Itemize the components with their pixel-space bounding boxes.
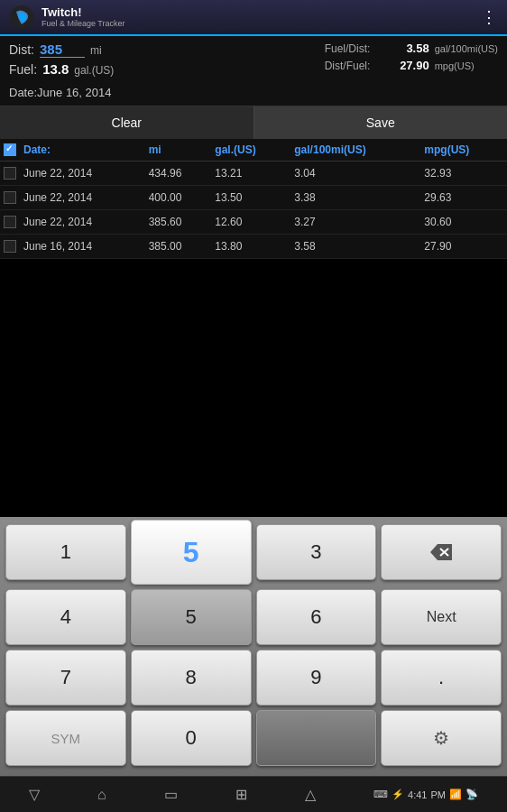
keyboard-row-3: 7 8 9 . [5, 650, 502, 706]
row-per100mi-0: 3.04 [290, 161, 420, 186]
nav-home-icon[interactable]: ⌂ [97, 787, 106, 803]
data-table: Date: mi gal.(US) gal/100mi(US) mpg(US) … [0, 139, 507, 259]
row-gal-1: 13.50 [211, 186, 290, 210]
backspace-icon [430, 544, 452, 560]
row-mi-3: 385.00 [145, 235, 212, 259]
menu-icon[interactable]: ⋮ [481, 7, 498, 27]
dist-unit: mi [90, 44, 102, 57]
usb-icon: ⚡ [392, 789, 404, 800]
row-date-3: June 16, 2014 [20, 235, 145, 259]
fuel-dist-label: Fuel/Dist: [325, 42, 388, 55]
nav-down-icon[interactable]: ▽ [29, 786, 40, 803]
nav-qr-icon[interactable]: ⊞ [235, 786, 247, 803]
row-date-2: June 22, 2014 [20, 210, 145, 235]
signal-icon: 📡 [466, 789, 478, 800]
row-mpg-0: 32.93 [420, 161, 507, 186]
table-row: June 16, 2014 385.00 13.80 3.58 27.90 [0, 235, 507, 259]
dist-fuel-value: 27.90 [393, 59, 429, 72]
key-8[interactable]: 8 [131, 650, 252, 706]
dist-label: Dist: [9, 42, 34, 57]
keyboard: 1 5 3 4 5 6 Next 7 8 9 . SYM 0 ⚙ [0, 517, 507, 776]
row-date-0: June 22, 2014 [20, 161, 145, 186]
col-date[interactable]: Date: [20, 139, 145, 161]
row-mpg-2: 30.60 [420, 210, 507, 235]
key-5-mid[interactable]: 5 [131, 589, 252, 645]
table-row: June 22, 2014 434.96 13.21 3.04 32.93 [0, 161, 507, 186]
table-row: June 22, 2014 400.00 13.50 3.38 29.63 [0, 186, 507, 210]
keyboard-row-4: SYM 0 ⚙ [5, 710, 502, 766]
top-bar: Twitch! Fuel & Mileage Tracker ⋮ [0, 0, 507, 36]
date-value: June 16, 2014 [37, 86, 111, 99]
app-subtitle: Fuel & Mileage Tracker [41, 19, 125, 29]
fuel-dist-value: 3.58 [393, 42, 429, 55]
col-per100mi: gal/100mi(US) [290, 139, 420, 161]
row-check-2[interactable] [0, 210, 20, 235]
info-section: Dist: 385 mi Fuel: 13.8 gal.(US) Fuel/Di… [0, 36, 507, 82]
dist-fuel-label: Dist/Fuel: [325, 60, 388, 72]
row-checkbox-1[interactable] [4, 191, 16, 204]
key-empty [256, 710, 377, 766]
key-sym[interactable]: SYM [5, 710, 126, 766]
date-label: Date: [9, 86, 37, 99]
keyboard-row-1: 1 5 3 [5, 524, 502, 585]
key-gear[interactable]: ⚙ [381, 710, 502, 766]
row-checkbox-0[interactable] [4, 167, 16, 180]
nav-up-icon[interactable]: △ [305, 786, 316, 803]
col-mpg: mpg(US) [420, 139, 507, 161]
status-right: ⌨ ⚡ 4:41 PM 📶 📡 [373, 789, 478, 800]
dist-fuel-row: Dist/Fuel: 27.90 mpg(US) [325, 59, 498, 72]
row-check-1[interactable] [0, 186, 20, 210]
keyboard-row-2: 4 5 6 Next [5, 589, 502, 645]
row-checkbox-3[interactable] [4, 240, 16, 253]
row-check-0[interactable] [0, 161, 20, 186]
row-date-1: June 22, 2014 [20, 186, 145, 210]
key-next[interactable]: Next [381, 589, 502, 645]
row-check-3[interactable] [0, 235, 20, 259]
wifi-icon: 📶 [449, 789, 462, 800]
key-7[interactable]: 7 [5, 650, 126, 706]
date-text: Date:June 16, 2014 [9, 86, 111, 99]
nav-recent-icon[interactable]: ▭ [164, 786, 178, 803]
select-all-checkbox[interactable] [4, 143, 16, 156]
row-mpg-1: 29.63 [420, 186, 507, 210]
col-mi: mi [145, 139, 212, 161]
key-backspace[interactable] [381, 524, 502, 580]
key-0[interactable]: 0 [131, 710, 252, 766]
save-button[interactable]: Save [254, 106, 508, 139]
app-title: Twitch! [41, 5, 125, 20]
fuel-dist-unit: gal/100mi(US) [435, 43, 498, 54]
dist-row: Dist: 385 mi [9, 42, 114, 58]
table-header-row: Date: mi gal.(US) gal/100mi(US) mpg(US) [0, 139, 507, 161]
clear-button[interactable]: Clear [0, 106, 254, 139]
key-5-top[interactable]: 5 [131, 520, 252, 585]
key-4[interactable]: 4 [5, 589, 126, 645]
fuel-value[interactable]: 13.8 [42, 61, 69, 77]
nav-bar: ▽ ⌂ ▭ ⊞ △ ⌨ ⚡ 4:41 PM 📶 📡 [0, 776, 507, 812]
time-display: 4:41 [408, 789, 427, 800]
row-mi-2: 385.60 [145, 210, 212, 235]
row-gal-0: 13.21 [211, 161, 290, 186]
row-mi-1: 400.00 [145, 186, 212, 210]
key-9[interactable]: 9 [256, 650, 377, 706]
row-checkbox-2[interactable] [4, 216, 16, 228]
date-row: Date:June 16, 2014 [0, 82, 507, 106]
col-check [0, 139, 20, 161]
action-buttons: Clear Save [0, 106, 507, 139]
key-dot[interactable]: . [381, 650, 502, 706]
keyboard-status-icon: ⌨ [373, 789, 388, 800]
fuel-row: Fuel: 13.8 gal.(US) [9, 61, 114, 77]
key-3[interactable]: 3 [256, 524, 377, 580]
key-6[interactable]: 6 [256, 589, 377, 645]
fuel-label: Fuel: [9, 62, 37, 77]
row-per100mi-2: 3.27 [290, 210, 420, 235]
period-display: PM [430, 789, 446, 800]
row-gal-3: 13.80 [211, 235, 290, 259]
app-title-group: Twitch! Fuel & Mileage Tracker [41, 5, 125, 29]
row-per100mi-1: 3.38 [290, 186, 420, 210]
row-mpg-3: 27.90 [420, 235, 507, 259]
fuel-dist-row: Fuel/Dist: 3.58 gal/100mi(US) [325, 42, 498, 55]
dist-value[interactable]: 385 [40, 42, 85, 58]
key-1[interactable]: 1 [5, 524, 126, 580]
info-right: Fuel/Dist: 3.58 gal/100mi(US) Dist/Fuel:… [325, 42, 498, 77]
svg-marker-1 [430, 544, 452, 560]
